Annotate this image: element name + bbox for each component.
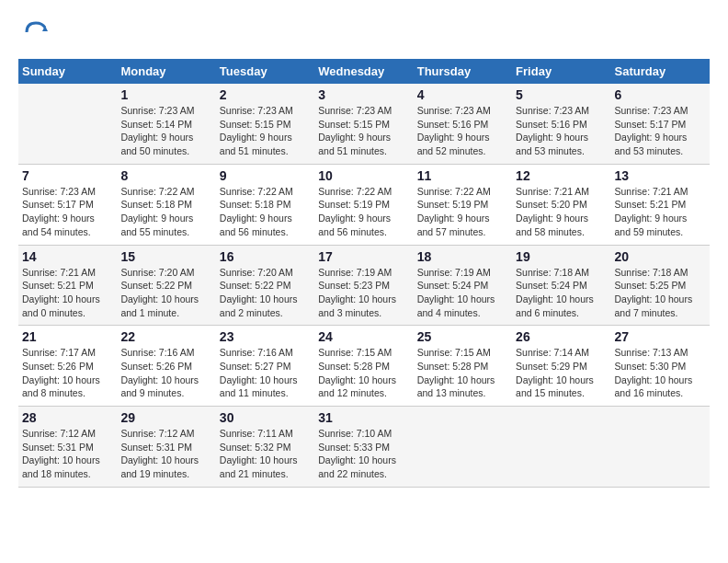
calendar-week-row: 1Sunrise: 7:23 AMSunset: 5:14 PMDaylight…	[18, 84, 710, 164]
day-info: Sunrise: 7:12 AMSunset: 5:31 PMDaylight:…	[22, 427, 113, 481]
day-number: 31	[318, 410, 409, 425]
day-info: Sunrise: 7:11 AMSunset: 5:32 PMDaylight:…	[220, 427, 311, 481]
calendar-cell: 4Sunrise: 7:23 AMSunset: 5:16 PMDaylight…	[414, 84, 512, 164]
calendar-cell: 21Sunrise: 7:17 AMSunset: 5:26 PMDayligh…	[18, 326, 117, 407]
day-info: Sunrise: 7:14 AMSunset: 5:29 PMDaylight:…	[516, 346, 607, 400]
weekday-header: Wednesday	[314, 59, 413, 84]
day-info: Sunrise: 7:22 AMSunset: 5:19 PMDaylight:…	[318, 185, 409, 239]
day-number: 26	[516, 329, 607, 344]
day-number: 10	[318, 168, 409, 183]
day-info: Sunrise: 7:23 AMSunset: 5:17 PMDaylight:…	[615, 104, 706, 158]
weekday-header: Sunday	[18, 59, 117, 84]
day-info: Sunrise: 7:22 AMSunset: 5:18 PMDaylight:…	[120, 185, 211, 239]
calendar-cell: 1Sunrise: 7:23 AMSunset: 5:14 PMDaylight…	[117, 84, 215, 164]
day-info: Sunrise: 7:20 AMSunset: 5:22 PMDaylight:…	[220, 266, 311, 320]
day-info: Sunrise: 7:23 AMSunset: 5:17 PMDaylight:…	[22, 185, 113, 239]
calendar-cell: 30Sunrise: 7:11 AMSunset: 5:32 PMDayligh…	[216, 407, 314, 488]
calendar-week-row: 21Sunrise: 7:17 AMSunset: 5:26 PMDayligh…	[18, 326, 710, 407]
day-info: Sunrise: 7:15 AMSunset: 5:28 PMDaylight:…	[417, 346, 508, 400]
day-info: Sunrise: 7:10 AMSunset: 5:33 PMDaylight:…	[318, 427, 409, 481]
day-number: 25	[417, 329, 508, 344]
calendar-week-row: 7Sunrise: 7:23 AMSunset: 5:17 PMDaylight…	[18, 164, 710, 245]
day-number: 9	[220, 168, 311, 183]
day-number: 15	[120, 249, 211, 264]
calendar-cell: 15Sunrise: 7:20 AMSunset: 5:22 PMDayligh…	[117, 245, 215, 326]
calendar-cell: 23Sunrise: 7:16 AMSunset: 5:27 PMDayligh…	[216, 326, 314, 407]
day-info: Sunrise: 7:21 AMSunset: 5:21 PMDaylight:…	[22, 266, 113, 320]
day-info: Sunrise: 7:13 AMSunset: 5:30 PMDaylight:…	[615, 346, 706, 400]
day-number: 3	[318, 87, 409, 102]
day-number: 1	[120, 87, 211, 102]
calendar-cell	[18, 84, 117, 164]
calendar-header: SundayMondayTuesdayWednesdayThursdayFrid…	[18, 59, 710, 84]
logo	[18, 18, 50, 50]
calendar-cell: 20Sunrise: 7:18 AMSunset: 5:25 PMDayligh…	[611, 245, 710, 326]
day-info: Sunrise: 7:20 AMSunset: 5:22 PMDaylight:…	[120, 266, 211, 320]
weekday-header: Thursday	[414, 59, 512, 84]
calendar-cell: 24Sunrise: 7:15 AMSunset: 5:28 PMDayligh…	[314, 326, 413, 407]
day-number: 23	[220, 329, 311, 344]
day-number: 16	[220, 249, 311, 264]
day-info: Sunrise: 7:16 AMSunset: 5:27 PMDaylight:…	[220, 346, 311, 400]
calendar-cell	[512, 407, 610, 488]
calendar-cell	[611, 407, 710, 488]
calendar-cell: 31Sunrise: 7:10 AMSunset: 5:33 PMDayligh…	[314, 407, 413, 488]
day-info: Sunrise: 7:22 AMSunset: 5:18 PMDaylight:…	[220, 185, 311, 239]
day-info: Sunrise: 7:19 AMSunset: 5:24 PMDaylight:…	[417, 266, 508, 320]
day-info: Sunrise: 7:23 AMSunset: 5:15 PMDaylight:…	[220, 104, 311, 158]
weekday-header: Tuesday	[216, 59, 314, 84]
day-info: Sunrise: 7:19 AMSunset: 5:23 PMDaylight:…	[318, 266, 409, 320]
calendar-cell: 29Sunrise: 7:12 AMSunset: 5:31 PMDayligh…	[117, 407, 215, 488]
calendar-cell: 13Sunrise: 7:21 AMSunset: 5:21 PMDayligh…	[611, 164, 710, 245]
day-number: 21	[22, 329, 113, 344]
calendar-cell: 25Sunrise: 7:15 AMSunset: 5:28 PMDayligh…	[414, 326, 512, 407]
calendar-cell: 5Sunrise: 7:23 AMSunset: 5:16 PMDaylight…	[512, 84, 610, 164]
calendar-table: SundayMondayTuesdayWednesdayThursdayFrid…	[18, 59, 710, 488]
day-number: 11	[417, 168, 508, 183]
calendar-cell: 16Sunrise: 7:20 AMSunset: 5:22 PMDayligh…	[216, 245, 314, 326]
calendar-cell	[414, 407, 512, 488]
day-number: 14	[22, 249, 113, 264]
calendar-cell: 10Sunrise: 7:22 AMSunset: 5:19 PMDayligh…	[314, 164, 413, 245]
calendar-cell: 17Sunrise: 7:19 AMSunset: 5:23 PMDayligh…	[314, 245, 413, 326]
day-number: 6	[615, 87, 706, 102]
day-number: 5	[516, 87, 607, 102]
day-info: Sunrise: 7:21 AMSunset: 5:21 PMDaylight:…	[615, 185, 706, 239]
day-info: Sunrise: 7:23 AMSunset: 5:16 PMDaylight:…	[516, 104, 607, 158]
calendar-cell: 27Sunrise: 7:13 AMSunset: 5:30 PMDayligh…	[611, 326, 710, 407]
calendar-cell: 14Sunrise: 7:21 AMSunset: 5:21 PMDayligh…	[18, 245, 117, 326]
day-info: Sunrise: 7:21 AMSunset: 5:20 PMDaylight:…	[516, 185, 607, 239]
logo-icon	[22, 18, 50, 46]
calendar-cell: 9Sunrise: 7:22 AMSunset: 5:18 PMDaylight…	[216, 164, 314, 245]
day-info: Sunrise: 7:22 AMSunset: 5:19 PMDaylight:…	[417, 185, 508, 239]
calendar-cell: 7Sunrise: 7:23 AMSunset: 5:17 PMDaylight…	[18, 164, 117, 245]
day-number: 20	[615, 249, 706, 264]
calendar-cell: 6Sunrise: 7:23 AMSunset: 5:17 PMDaylight…	[611, 84, 710, 164]
calendar-cell: 8Sunrise: 7:22 AMSunset: 5:18 PMDaylight…	[117, 164, 215, 245]
day-info: Sunrise: 7:15 AMSunset: 5:28 PMDaylight:…	[318, 346, 409, 400]
calendar-cell: 18Sunrise: 7:19 AMSunset: 5:24 PMDayligh…	[414, 245, 512, 326]
day-number: 13	[615, 168, 706, 183]
day-info: Sunrise: 7:23 AMSunset: 5:16 PMDaylight:…	[417, 104, 508, 158]
calendar-cell: 19Sunrise: 7:18 AMSunset: 5:24 PMDayligh…	[512, 245, 610, 326]
calendar-cell: 11Sunrise: 7:22 AMSunset: 5:19 PMDayligh…	[414, 164, 512, 245]
day-info: Sunrise: 7:12 AMSunset: 5:31 PMDaylight:…	[120, 427, 211, 481]
day-info: Sunrise: 7:23 AMSunset: 5:14 PMDaylight:…	[120, 104, 211, 158]
day-number: 2	[220, 87, 311, 102]
calendar-cell: 26Sunrise: 7:14 AMSunset: 5:29 PMDayligh…	[512, 326, 610, 407]
calendar-week-row: 14Sunrise: 7:21 AMSunset: 5:21 PMDayligh…	[18, 245, 710, 326]
day-number: 17	[318, 249, 409, 264]
day-number: 29	[120, 410, 211, 425]
day-info: Sunrise: 7:18 AMSunset: 5:25 PMDaylight:…	[615, 266, 706, 320]
weekday-header: Monday	[117, 59, 215, 84]
day-number: 18	[417, 249, 508, 264]
day-number: 27	[615, 329, 706, 344]
weekday-header: Saturday	[611, 59, 710, 84]
day-info: Sunrise: 7:18 AMSunset: 5:24 PMDaylight:…	[516, 266, 607, 320]
calendar-cell: 12Sunrise: 7:21 AMSunset: 5:20 PMDayligh…	[512, 164, 610, 245]
day-number: 22	[120, 329, 211, 344]
calendar-week-row: 28Sunrise: 7:12 AMSunset: 5:31 PMDayligh…	[18, 407, 710, 488]
day-number: 12	[516, 168, 607, 183]
day-info: Sunrise: 7:17 AMSunset: 5:26 PMDaylight:…	[22, 346, 113, 400]
day-number: 24	[318, 329, 409, 344]
